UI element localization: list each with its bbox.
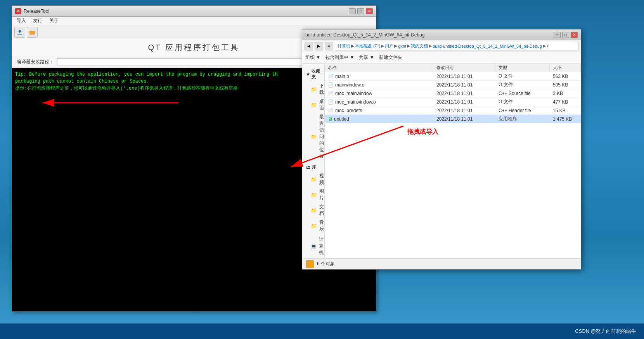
col-size[interactable]: 大小: [550, 64, 581, 72]
sidebar-item-music[interactable]: 📁 音乐: [302, 218, 324, 233]
svg-rect-2: [29, 31, 35, 35]
folder-icon-recent: 📁: [311, 134, 317, 140]
sidebar-item-downloads[interactable]: 📁 下载: [302, 81, 324, 97]
sidebar-favorites-section: ★ 收藏夹 📁 下载 📁 桌面 📁 最近访问的位置: [302, 67, 324, 161]
compiler-label: 编译器安装路径：: [17, 59, 54, 65]
file-cell-type: O 文件: [495, 73, 550, 80]
menu-import[interactable]: 导入: [14, 17, 29, 25]
statusbar-text: 6 个对象: [317, 261, 335, 267]
sidebar-item-desktop[interactable]: 📁 桌面: [302, 97, 324, 112]
table-row[interactable]: 📄 main.o 2022/11/18 11:01 O 文件 563 KB: [325, 72, 581, 81]
path-sep-3: ▶: [394, 43, 397, 48]
path-users[interactable]: 用户: [385, 43, 393, 49]
back-button[interactable]: ◀: [305, 42, 313, 50]
file-cell-date: 2022/11/18 11:01: [433, 74, 495, 79]
file-name: mainwindow.o: [335, 82, 364, 88]
sidebar-favorites-header[interactable]: ★ 收藏夹: [302, 67, 324, 81]
file-type-icon: 📄: [328, 82, 334, 88]
sidebar-library-header[interactable]: 🗂 库: [302, 163, 324, 171]
file-type-icon: 📄: [328, 91, 334, 96]
explorer-titlebar: build-untitled-Desktop_Qt_5_14_2_MinGW_6…: [302, 29, 581, 40]
file-cell-name: 📄 main.o: [325, 74, 433, 79]
path-sep-6: ▶ c: [543, 43, 549, 48]
library-icon: 🗂: [306, 165, 310, 170]
file-cell-date: 2022/11/18 11:01: [433, 108, 495, 113]
release-tool-icon: ✕: [15, 8, 21, 14]
file-name: moc_mainwindow.o: [335, 99, 376, 105]
up-arrow-icon: [327, 44, 331, 48]
folder-icon: [29, 29, 35, 35]
up-button[interactable]: [325, 42, 333, 50]
svg-rect-3: [29, 31, 31, 31]
path-sep-2: ▶: [381, 43, 384, 48]
path-sep-1: ▶: [351, 43, 354, 48]
file-list: 📄 main.o 2022/11/18 11:01 O 文件 563 KB 📄 …: [325, 72, 581, 258]
path-build[interactable]: build-untitled-Desktop_Qt_5_14_2_MinGW_6…: [433, 44, 542, 48]
file-cell-date: 2022/11/18 11:01: [433, 82, 495, 88]
toolbar-new-folder[interactable]: 新建文件夹: [379, 54, 402, 61]
sidebar-item-videos[interactable]: 📁 视频: [302, 171, 324, 187]
folder-icon-videos: 📁: [311, 176, 317, 182]
download-icon: [17, 29, 23, 35]
toolbar-share[interactable]: 共享 ▼: [359, 54, 374, 61]
app-title: QT 应用程序打包工具: [148, 42, 240, 53]
release-tool-titlebar: ✕ ReleaseTool ─ □ ✕: [12, 6, 376, 17]
table-row[interactable]: 📄 moc_predefs 2022/11/18 11:01 C++ Heade…: [325, 106, 581, 115]
explorer-body: ★ 收藏夹 📁 下载 📁 桌面 📁 最近访问的位置 🗂: [302, 64, 581, 258]
explorer-statusbar: 6 个对象: [302, 258, 581, 269]
download-button[interactable]: [14, 27, 25, 38]
svg-marker-1: [18, 30, 21, 33]
file-cell-date: 2022/11/18 11:01: [433, 91, 495, 96]
sidebar-computer-section: 💻 计算机: [302, 235, 324, 257]
sidebar-item-pictures[interactable]: 📁 图片: [302, 187, 324, 202]
close-button[interactable]: ✕: [366, 8, 373, 14]
col-name[interactable]: 名称: [325, 64, 433, 72]
minimize-button[interactable]: ─: [349, 8, 356, 14]
sidebar-item-documents[interactable]: 📁 文档: [302, 202, 324, 218]
explorer-toolbar: 组织 ▼ 包含到库中 ▼ 共享 ▼ 新建文件夹: [302, 52, 581, 64]
toolbar-organize[interactable]: 组织 ▼: [305, 54, 320, 61]
table-row[interactable]: 📄 mainwindow.o 2022/11/18 11:01 O 文件 505…: [325, 81, 581, 89]
file-cell-type: 应用程序: [495, 116, 550, 122]
file-cell-name: 📄 moc_predefs: [325, 108, 433, 113]
svg-rect-0: [17, 34, 22, 35]
table-row[interactable]: 📄 moc_mainwindow.o 2022/11/18 11:01 O 文件…: [325, 98, 581, 106]
col-type[interactable]: 类型: [495, 64, 550, 72]
file-name: moc_predefs: [335, 108, 362, 113]
file-cell-size: 15 KB: [550, 108, 581, 113]
file-cell-size: 3 KB: [550, 91, 581, 96]
address-path[interactable]: 计算机 ▶ 本地磁盘 (C:) ▶ 用户 ▶ gkhf ▶ 我的文档 ▶ bui…: [335, 42, 578, 50]
sidebar: ★ 收藏夹 📁 下载 📁 桌面 📁 最近访问的位置 🗂: [302, 64, 325, 258]
file-cell-name: 📄 mainwindow.o: [325, 82, 433, 88]
explorer-window: build-untitled-Desktop_Qt_5_14_2_MinGW_6…: [302, 29, 581, 270]
menu-about[interactable]: 关于: [46, 17, 62, 25]
file-cell-size: 1,475 KB: [550, 116, 581, 122]
file-cell-date: 2022/11/18 11:01: [433, 116, 495, 122]
sidebar-item-computer[interactable]: 💻 计算机: [302, 235, 324, 257]
explorer-maximize-button[interactable]: □: [562, 32, 569, 38]
menu-release[interactable]: 发行: [30, 17, 45, 25]
maximize-button[interactable]: □: [357, 8, 364, 14]
table-row[interactable]: 📄 moc_mainwindow 2022/11/18 11:01 C++ So…: [325, 89, 581, 98]
path-gkhf[interactable]: gkhf: [398, 44, 406, 48]
file-list-header: 名称 修改日期 类型 大小: [325, 64, 581, 72]
path-mydocs[interactable]: 我的文档: [411, 43, 428, 49]
file-cell-size: 505 KB: [550, 82, 581, 88]
forward-button[interactable]: ▶: [315, 42, 323, 50]
folder-button[interactable]: [27, 27, 38, 38]
path-localdisk[interactable]: 本地磁盘 (C:): [355, 43, 380, 49]
explorer-minimize-button[interactable]: ─: [554, 32, 561, 38]
titlebar-buttons: ─ □ ✕: [349, 8, 373, 14]
col-date[interactable]: 修改日期: [433, 64, 495, 72]
explorer-title: build-untitled-Desktop_Qt_5_14_2_MinGW_6…: [305, 32, 554, 38]
toolbar-include-library[interactable]: 包含到库中 ▼: [325, 54, 354, 61]
explorer-close-button[interactable]: ✕: [571, 32, 578, 38]
folder-icon-pictures: 📁: [311, 192, 317, 198]
table-row[interactable]: 🖥 untitled 2022/11/18 11:01 应用程序 1,475 K…: [325, 115, 581, 123]
folder-icon-music: 📁: [311, 223, 317, 229]
sidebar-item-recent[interactable]: 📁 最近访问的位置: [302, 112, 324, 161]
computer-icon: 💻: [311, 244, 317, 249]
path-computer[interactable]: 计算机: [338, 43, 350, 49]
folder-icon-documents: 📁: [311, 208, 317, 213]
svg-marker-4: [327, 45, 331, 47]
